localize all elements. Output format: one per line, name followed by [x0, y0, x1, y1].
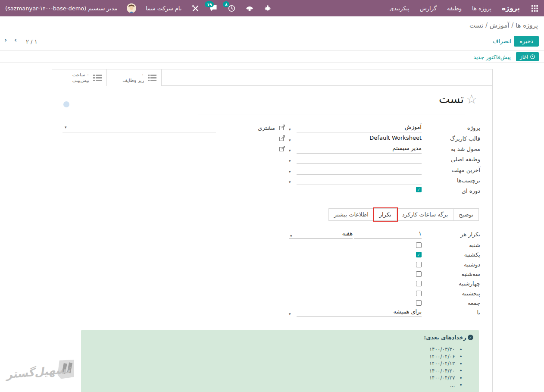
tags-field[interactable] — [297, 176, 422, 185]
project-value: آموزش — [405, 124, 422, 130]
friday-checkbox[interactable] — [416, 300, 422, 306]
bullet-icon — [459, 353, 463, 360]
bullet-icon — [459, 367, 463, 374]
menu-task[interactable]: وظیفه — [447, 5, 462, 12]
check-circle-icon — [468, 335, 473, 340]
label-repeat-every: تکرار هر — [460, 231, 480, 238]
avatar[interactable] — [127, 3, 136, 13]
apps-grid-icon[interactable] — [530, 4, 539, 13]
external-link-icon[interactable] — [279, 145, 285, 151]
pager-previous-icon[interactable]: ‹ — [4, 36, 7, 44]
navbar-menus: پروژه پروژه ها وظیفه گزارش پیکربندی — [389, 4, 539, 13]
label-parent-task: وظیفه اصلی — [451, 156, 480, 163]
pager-value: ۲ / ۱ — [26, 38, 38, 45]
label-wednesday: چهارشنبه — [459, 280, 480, 287]
recurrent-checkbox[interactable] — [416, 187, 422, 192]
label-saturday: شنبه — [469, 242, 480, 248]
breadcrumb-task: تست — [469, 22, 483, 29]
task-title-input[interactable]: تست — [439, 92, 464, 106]
interval-unit-value: هفته — [342, 230, 353, 237]
label-recurrent: دوره ای — [462, 188, 480, 194]
company-switcher[interactable]: نام شرکت شما — [146, 5, 181, 12]
menu-configuration[interactable]: پیکربندی — [389, 5, 409, 12]
breadcrumb-project[interactable]: آموزش — [483, 22, 509, 29]
bullet-icon — [459, 382, 463, 388]
tuesday-checkbox[interactable] — [416, 271, 422, 277]
worksheet-template-value: Default Worksheet — [369, 135, 422, 141]
chevron-down-icon[interactable] — [289, 146, 291, 155]
bug-icon[interactable] — [263, 4, 272, 13]
monday-checkbox[interactable] — [416, 262, 422, 267]
start-button[interactable]: آغاز — [516, 52, 539, 61]
label-project: پروژه — [467, 125, 480, 131]
deadline-field[interactable] — [297, 165, 422, 175]
menu-projects[interactable]: پروژه ها — [472, 5, 491, 12]
menu-reporting[interactable]: گزارش — [420, 5, 437, 12]
label-until: تا — [477, 309, 480, 316]
occurrence-item: ۱۴۰۰/۰۴/۲۰ — [429, 367, 463, 375]
tab-timesheets[interactable]: برگه ساعات کارکرد — [397, 208, 454, 221]
chevron-down-icon[interactable] — [289, 167, 291, 176]
next-occurrences-alert: رخدادهای بعدی: ۱۴۰۰/۰۳/۳۰ ۱۴۰۰/۰۴/۰۶ ۱۴۰… — [81, 330, 479, 392]
phone-icon[interactable] — [245, 4, 254, 13]
occurrence-item: ۱۴۰۰/۰۴/۲۷ — [429, 374, 463, 382]
chevron-down-icon — [289, 310, 291, 318]
repeat-every-input[interactable]: ۱ — [354, 229, 422, 239]
stat-button-forecast-hours[interactable]: ۰ ساعت پیش‌بینی — [52, 69, 107, 86]
parent-task-field[interactable] — [297, 154, 422, 164]
divider — [0, 50, 544, 51]
favorite-star-icon[interactable]: ☆ — [466, 93, 477, 106]
chevron-down-icon[interactable] — [289, 178, 291, 186]
stat-forecast-value: ۰ ساعت — [72, 72, 89, 78]
chevron-down-icon[interactable] — [289, 157, 291, 165]
stage-new-quotation[interactable]: پیش‌فاکتور جدید — [473, 54, 511, 60]
tab-description[interactable]: توضیح — [453, 208, 479, 221]
stat-button-subtasks[interactable]: ۰ زیر وظایف — [107, 69, 162, 86]
saturday-checkbox[interactable] — [416, 242, 422, 248]
discard-button[interactable]: انصراف — [493, 38, 511, 44]
interval-unit-select[interactable]: هفته — [289, 229, 353, 239]
messages-icon[interactable]: ۱۹ — [209, 4, 218, 13]
label-thursday: پنجشنبه — [462, 290, 480, 297]
external-link-icon[interactable] — [279, 124, 285, 130]
chevron-down-icon[interactable] — [289, 136, 291, 144]
label-tags: برچسب‌ها — [457, 177, 480, 184]
tab-extra-info[interactable]: اطلاعات بیشتر — [328, 208, 374, 221]
app-name[interactable]: پروژه — [502, 4, 520, 12]
breadcrumb-projects[interactable]: پروژه ها — [509, 22, 538, 29]
pager-next-icon[interactable]: › — [14, 36, 17, 44]
customer-field[interactable] — [63, 123, 216, 132]
tools-icon[interactable] — [191, 4, 200, 13]
breadcrumb: پروژه هاآموزشتست — [469, 22, 538, 29]
tab-recurrence[interactable]: تکرار — [374, 208, 397, 221]
label-friday: جمعه — [468, 300, 480, 306]
bullet-icon — [459, 346, 463, 353]
label-tuesday: سه‌شنبه — [461, 271, 480, 277]
chevron-down-icon[interactable] — [65, 125, 67, 129]
start-button-label: آغاز — [520, 54, 528, 60]
assigned-to-value: مدیر سیستم — [392, 145, 422, 151]
form-sheet: ۰ ساعت پیش‌بینی ۰ زیر وظایف — [52, 69, 493, 392]
tabs-underline — [52, 221, 492, 221]
top-navbar: پروژه پروژه ها وظیفه گزارش پیکربندی مدیر… — [0, 0, 544, 16]
activities-icon[interactable]: ۸ — [227, 4, 236, 13]
label-worksheet-template: قالب کاربرگ — [450, 135, 480, 142]
attachment-indicator-dot — [63, 101, 69, 107]
occurrence-item: ۱۴۰۰/۰۳/۳۰ — [429, 346, 463, 353]
external-link-icon[interactable] — [279, 135, 285, 141]
project-field[interactable]: آموزش — [297, 123, 422, 132]
sunday-checkbox[interactable] — [416, 252, 422, 257]
user-menu[interactable]: مدیر سیستم (sazmanyar-۱۴-۰-base-demo) — [5, 5, 117, 12]
thursday-checkbox[interactable] — [416, 291, 422, 296]
chevron-down-icon — [290, 232, 292, 240]
wednesday-checkbox[interactable] — [416, 281, 422, 286]
until-select[interactable]: برای همیشه — [297, 307, 422, 317]
assigned-to-field[interactable]: مدیر سیستم — [297, 144, 422, 154]
chevron-down-icon[interactable] — [289, 125, 291, 134]
notebook-tabs: توضیح برگه ساعات کارکرد تکرار اطلاعات بی… — [328, 208, 479, 221]
worksheet-template-field[interactable]: Default Worksheet — [297, 134, 422, 143]
save-button[interactable]: ذخیره — [514, 36, 539, 47]
until-value: برای همیشه — [393, 308, 422, 315]
label-deadline: آخرین مهلت — [452, 167, 481, 173]
systray: مدیر سیستم (sazmanyar-۱۴-۰-base-demo) نا… — [5, 3, 272, 13]
